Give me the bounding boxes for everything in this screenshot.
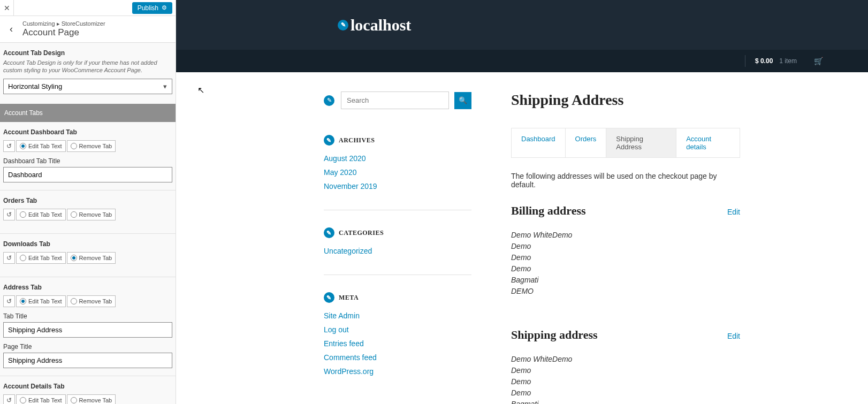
address-tab-title-label: Tab Title — [3, 312, 172, 320]
dashboard-edit-radio[interactable]: Edit Tab Text — [16, 140, 66, 152]
design-section: Account Tab Design Account Tab Design is… — [0, 43, 176, 94]
shipping-address: Demo WhiteDemo Demo Demo Demo Bagmati — [511, 354, 740, 404]
address-heading: Address Tab — [3, 284, 172, 291]
list-item[interactable]: May 2020 — [324, 168, 471, 177]
breadcrumb-path: Customizing ▸ StoreCustomizer — [22, 20, 176, 27]
meta-widget: ✎META Site Admin Log out Entries feed Co… — [324, 292, 471, 395]
reset-icon: ↺ — [6, 142, 12, 150]
dashboard-reset[interactable]: ↺ — [3, 140, 15, 152]
categories-widget: ✎CATEGORIES Uncategorized — [324, 227, 471, 275]
cart-icon[interactable]: 🛒 — [814, 57, 823, 65]
shipping-title: Shipping address — [511, 328, 598, 342]
archives-widget: ✎ARCHIVES August 2020 May 2020 November … — [324, 135, 471, 210]
list-item[interactable]: Log out — [324, 325, 471, 334]
edit-icon[interactable]: ✎ — [338, 20, 348, 31]
details-reset[interactable]: ↺ — [3, 394, 15, 404]
preview-main: Shipping Address Dashboard Orders Shippi… — [511, 92, 740, 404]
orders-tab-block: Orders Tab ↺ Edit Tab Text Remove Tab — [0, 190, 176, 234]
billing-edit-link[interactable]: Edit — [727, 208, 740, 216]
dashboard-tab-block: Account Dashboard Tab ↺ Edit Tab Text Re… — [0, 122, 176, 190]
address-page-title-input[interactable] — [3, 353, 172, 368]
orders-edit-radio[interactable]: Edit Tab Text — [16, 209, 66, 220]
downloads-remove-radio[interactable]: Remove Tab — [67, 252, 116, 264]
account-tabs: Dashboard Orders Shipping Address Accoun… — [511, 128, 740, 158]
orders-remove-radio[interactable]: Remove Tab — [67, 209, 116, 220]
publish-label: Publish — [138, 4, 158, 12]
breadcrumb-title: Account Page — [22, 27, 176, 38]
dashboard-heading: Account Dashboard Tab — [3, 128, 172, 136]
design-heading: Account Tab Design — [3, 49, 172, 57]
address-edit-radio[interactable]: Edit Tab Text — [16, 295, 66, 307]
account-tabs-header: Account Tabs — [0, 104, 176, 122]
search-button[interactable]: 🔍 — [454, 92, 471, 109]
design-select[interactable]: Horizontal Styling — [3, 79, 172, 94]
reset-icon: ↺ — [6, 397, 12, 404]
tab-shipping-address[interactable]: Shipping Address — [606, 128, 676, 157]
preview-pane: ↖ ✎ localhost $ 0.00 1 item 🛒 ✎ 🔍 — [176, 0, 868, 404]
cart-bar: $ 0.00 1 item 🛒 — [176, 50, 868, 72]
details-tab-block: Account Details Tab ↺ Edit Tab Text Remo… — [0, 376, 176, 404]
billing-title: Billing address — [511, 204, 586, 218]
reset-icon: ↺ — [6, 211, 12, 218]
design-help: Account Tab Design is only for if your t… — [3, 59, 172, 74]
details-remove-radio[interactable]: Remove Tab — [67, 394, 116, 404]
tab-dashboard[interactable]: Dashboard — [512, 128, 566, 157]
address-remove-radio[interactable]: Remove Tab — [67, 295, 116, 307]
list-item[interactable]: Entries feed — [324, 339, 471, 348]
cart-amount: $ 0.00 — [755, 57, 773, 65]
tab-orders[interactable]: Orders — [566, 128, 607, 157]
downloads-tab-block: Downloads Tab ↺ Edit Tab Text Remove Tab — [0, 234, 176, 277]
orders-heading: Orders Tab — [3, 197, 172, 204]
list-item[interactable]: Uncategorized — [324, 247, 471, 255]
preview-sidebar: ✎ 🔍 ✎ARCHIVES August 2020 May 2020 Novem… — [324, 92, 471, 404]
dashboard-title-label: Dashboard Tab Title — [3, 157, 172, 165]
address-page-title-label: Page Title — [3, 343, 172, 350]
gear-icon: ⚙ — [162, 4, 167, 11]
shipping-edit-link[interactable]: Edit — [727, 332, 740, 340]
reset-icon: ↺ — [6, 298, 12, 305]
list-item[interactable]: Site Admin — [324, 311, 471, 320]
billing-address: Demo WhiteDemo Demo Demo Demo Bagmati DE… — [511, 230, 740, 297]
list-item[interactable]: August 2020 — [324, 154, 471, 163]
customizer-sidebar: ✕ Publish ⚙ ‹ Customizing ▸ StoreCustomi… — [0, 0, 176, 404]
edit-icon[interactable]: ✎ — [324, 95, 334, 106]
tab-account-details[interactable]: Account details — [676, 128, 740, 157]
list-item[interactable]: WordPress.org — [324, 367, 471, 376]
orders-reset[interactable]: ↺ — [3, 209, 15, 220]
page-title: Shipping Address — [511, 92, 740, 109]
cart-items: 1 item — [779, 57, 797, 65]
address-tab-block: Address Tab ↺ Edit Tab Text Remove Tab T… — [0, 277, 176, 376]
edit-icon[interactable]: ✎ — [324, 135, 334, 146]
edit-icon[interactable]: ✎ — [324, 292, 334, 303]
list-item[interactable]: November 2019 — [324, 182, 471, 190]
intro-text: The following addresses will be used on … — [511, 172, 740, 189]
publish-button[interactable]: Publish ⚙ — [132, 2, 172, 14]
dashboard-title-input[interactable] — [3, 167, 172, 182]
list-item[interactable]: Comments feed — [324, 353, 471, 362]
address-tab-title-input[interactable] — [3, 322, 172, 338]
close-icon[interactable]: ✕ — [0, 0, 14, 16]
details-edit-radio[interactable]: Edit Tab Text — [16, 394, 66, 404]
reset-icon: ↺ — [6, 254, 12, 262]
breadcrumb: ‹ Customizing ▸ StoreCustomizer Account … — [0, 16, 176, 43]
dashboard-remove-radio[interactable]: Remove Tab — [67, 140, 116, 152]
details-heading: Account Details Tab — [3, 383, 172, 390]
edit-icon[interactable]: ✎ — [324, 227, 334, 238]
downloads-reset[interactable]: ↺ — [3, 252, 15, 264]
address-reset[interactable]: ↺ — [3, 295, 15, 307]
downloads-heading: Downloads Tab — [3, 240, 172, 248]
site-header: ✎ localhost — [176, 0, 868, 50]
search-input[interactable] — [341, 92, 449, 109]
categories-title: CATEGORIES — [339, 229, 384, 237]
search-icon: 🔍 — [459, 96, 467, 104]
back-icon[interactable]: ‹ — [0, 24, 22, 35]
archives-title: ARCHIVES — [339, 136, 375, 144]
sidebar-topbar: ✕ Publish ⚙ — [0, 0, 176, 16]
downloads-edit-radio[interactable]: Edit Tab Text — [16, 252, 66, 264]
site-title: ✎ localhost — [338, 16, 411, 34]
meta-title: META — [339, 294, 359, 302]
